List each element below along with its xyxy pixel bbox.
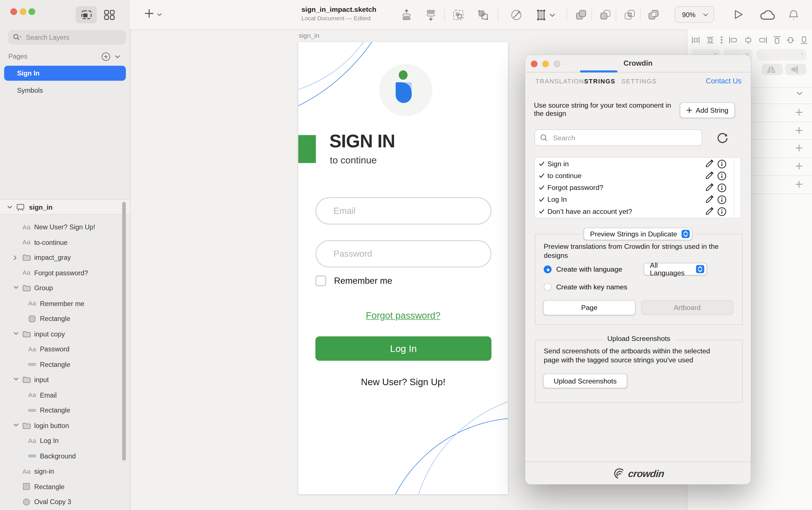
chevron-down-icon[interactable]	[13, 423, 19, 427]
align-middle-vertical-icon[interactable]	[787, 35, 794, 44]
add-shadow-button[interactable]	[795, 162, 803, 170]
toggle-layer-list-button[interactable]	[76, 6, 97, 23]
layer-search-field[interactable]	[8, 30, 126, 44]
add-border-button[interactable]	[795, 144, 803, 152]
string-info-icon[interactable]	[717, 207, 727, 216]
toggle-components-view-button[interactable]	[99, 6, 120, 23]
artboard-canvas-label[interactable]: sign_in	[299, 32, 319, 39]
insert-menu-chevron[interactable]	[156, 12, 163, 17]
layer-row[interactable]: login button	[0, 418, 129, 433]
shape-tool-button[interactable]	[366, 8, 379, 22]
edit-string-icon[interactable]	[705, 183, 714, 192]
distribute-vertically-icon[interactable]	[706, 36, 715, 44]
sign-up-link[interactable]: New User? Sign Up!	[298, 377, 508, 388]
string-info-icon[interactable]	[717, 159, 727, 169]
edit-shape-button[interactable]	[510, 8, 523, 22]
create-with-language-radio[interactable]	[544, 265, 552, 273]
group-button[interactable]	[452, 8, 465, 22]
layer-row[interactable]: AaRemember me	[0, 296, 129, 311]
layer-row[interactable]: input	[0, 372, 129, 387]
chevron-down-icon[interactable]	[13, 331, 19, 335]
flip-vertical-button[interactable]	[785, 64, 806, 75]
source-string-row[interactable]: Don’t have an account yet?	[535, 206, 741, 217]
layer-row[interactable]: Rectangle	[0, 479, 129, 494]
boolean-intersect-button[interactable]	[623, 8, 637, 22]
align-bottom-icon[interactable]	[800, 35, 808, 44]
add-string-button[interactable]: Add String	[680, 102, 735, 118]
layer-row[interactable]: Aato-continue	[0, 235, 129, 250]
add-page-button[interactable]	[102, 52, 110, 61]
layer-row[interactable]: Group	[0, 281, 129, 296]
send-backward-button[interactable]	[424, 8, 438, 22]
source-string-row[interactable]: Forgot password?	[535, 182, 741, 193]
string-info-icon[interactable]	[717, 183, 727, 193]
flip-horizontal-button[interactable]	[762, 64, 783, 75]
layer-row[interactable]: Rectangle	[0, 311, 129, 326]
layer-row[interactable]: Aasign-in	[0, 464, 129, 479]
chevron-right-icon[interactable]	[13, 255, 17, 260]
string-search-field[interactable]	[534, 129, 702, 146]
boolean-union-button[interactable]	[574, 8, 588, 22]
bring-forward-button[interactable]	[400, 8, 413, 22]
tab-strings[interactable]: STRINGS	[584, 78, 615, 85]
scale-button[interactable]	[534, 8, 556, 22]
edit-string-icon[interactable]	[705, 207, 714, 216]
sidebar-page-sign-in[interactable]: Sign In	[4, 66, 126, 81]
layer-row[interactable]: Rectangle	[0, 357, 129, 372]
notifications-button[interactable]	[788, 9, 799, 21]
refresh-strings-button[interactable]	[716, 131, 729, 145]
collapse-pages-button[interactable]	[114, 55, 121, 59]
source-string-row[interactable]: Log In	[535, 193, 741, 205]
minimize-window-button[interactable]	[20, 8, 26, 15]
layer-row[interactable]: input copy	[0, 326, 129, 341]
edit-string-icon[interactable]	[705, 195, 714, 204]
more-options-icon[interactable]	[720, 36, 723, 44]
password-field[interactable]	[316, 240, 491, 267]
add-blur-button[interactable]	[795, 180, 803, 188]
log-in-button[interactable]: Log In	[316, 336, 491, 361]
layer-row[interactable]: Rectangle	[0, 403, 129, 418]
forgot-password-link[interactable]: Forgot password?	[298, 310, 508, 322]
artboard-button[interactable]: Artboard	[641, 300, 733, 315]
ungroup-button[interactable]	[476, 8, 490, 22]
contact-us-link[interactable]: Contact Us	[706, 77, 742, 85]
layer-row[interactable]: Background	[0, 449, 129, 464]
layer-row[interactable]: AaEmail	[0, 387, 129, 403]
source-string-row[interactable]: to continue	[535, 170, 741, 182]
tab-settings[interactable]: SETTINGS	[621, 78, 657, 85]
preview-button[interactable]	[734, 9, 744, 20]
cloud-sync-button[interactable]	[759, 10, 777, 21]
sign-in-artboard[interactable]: SIGN IN to continue Remember me Forgot p…	[298, 42, 508, 494]
align-right-icon[interactable]	[758, 36, 768, 44]
insert-button[interactable]	[144, 7, 154, 20]
source-string-row[interactable]: Sign in	[535, 158, 741, 170]
layer-row[interactable]: AaNew User? Sign Up!	[0, 219, 129, 235]
add-fill-button[interactable]	[795, 126, 803, 134]
string-info-icon[interactable]	[717, 195, 727, 205]
page-button[interactable]: Page	[543, 300, 636, 315]
layer-row[interactable]: AaForgot password?	[0, 265, 129, 280]
email-field[interactable]	[316, 197, 491, 224]
sidebar-page-symbols[interactable]: Symbols	[4, 83, 126, 98]
upload-screenshots-button[interactable]: Upload Screenshots	[543, 373, 627, 388]
layer-row[interactable]: AaPassword	[0, 341, 129, 357]
boolean-subtract-button[interactable]	[599, 8, 612, 22]
layer-row[interactable]: AaLog In	[0, 433, 129, 448]
close-window-button[interactable]	[10, 8, 17, 15]
create-with-key-names-radio[interactable]	[544, 283, 552, 291]
add-style-button[interactable]	[795, 108, 803, 116]
edit-string-icon[interactable]	[705, 159, 714, 168]
layer-row[interactable]: impact_gray	[0, 250, 129, 265]
string-info-icon[interactable]	[717, 171, 727, 181]
align-left-icon[interactable]	[729, 36, 738, 44]
chevron-down-icon[interactable]	[13, 377, 19, 381]
sidebar-scrollbar[interactable]	[122, 202, 126, 460]
align-center-horizontal-icon[interactable]	[744, 36, 753, 44]
boolean-difference-button[interactable]	[647, 8, 660, 22]
language-select[interactable]: All Languages	[644, 263, 707, 275]
preview-strings-select[interactable]: Preview Strings in Duplicate	[584, 228, 692, 240]
tab-translation[interactable]: TRANSLATION	[535, 78, 584, 85]
edit-string-icon[interactable]	[705, 171, 714, 180]
chevron-down-icon[interactable]	[13, 286, 19, 289]
zoom-level-control[interactable]: 90%	[675, 6, 714, 23]
